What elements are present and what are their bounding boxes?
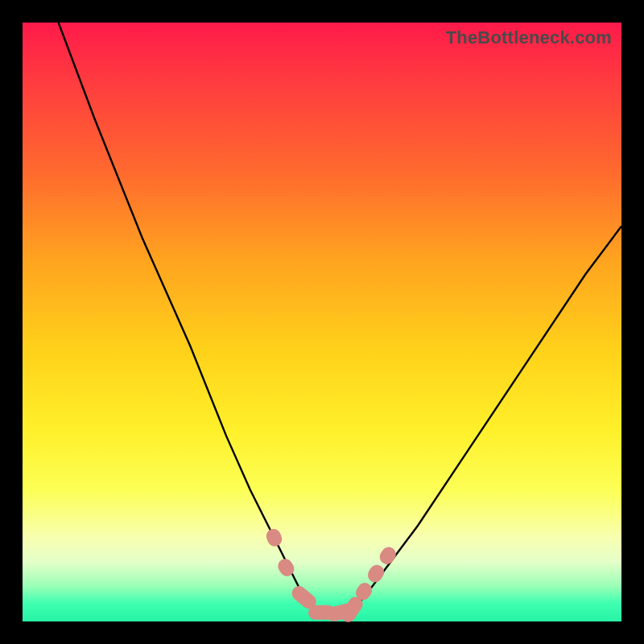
bottleneck-curve-path [59, 23, 621, 616]
highlight-markers [264, 526, 398, 625]
highlight-marker [264, 526, 284, 548]
plot-area: TheBottleneck.com [23, 23, 621, 621]
highlight-marker [365, 562, 386, 584]
chart-frame: TheBottleneck.com [0, 0, 644, 644]
curve-layer [23, 23, 621, 621]
highlight-marker [377, 544, 398, 567]
